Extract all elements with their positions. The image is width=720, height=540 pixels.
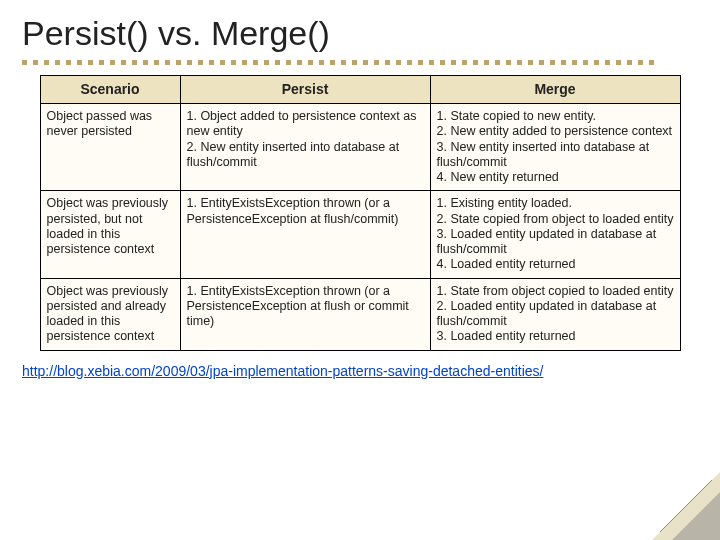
table-row: Object was previously persisted and alre… xyxy=(40,278,680,350)
citation-link[interactable]: http://blog.xebia.com/2009/03/jpa-implem… xyxy=(22,363,698,379)
cell-persist: 1. Object added to persistence context a… xyxy=(180,104,430,191)
cell-scenario: Object was previously persisted and alre… xyxy=(40,278,180,350)
cell-persist: 1. EntityExistsException thrown (or a Pe… xyxy=(180,191,430,278)
cell-merge: 1. State copied to new entity. 2. New en… xyxy=(430,104,680,191)
header-merge: Merge xyxy=(430,76,680,104)
cell-merge: 1. Existing entity loaded. 2. State copi… xyxy=(430,191,680,278)
header-scenario: Scenario xyxy=(40,76,180,104)
cell-merge: 1. State from object copied to loaded en… xyxy=(430,278,680,350)
decorative-dots xyxy=(22,57,698,67)
cell-persist: 1. EntityExistsException thrown (or a Pe… xyxy=(180,278,430,350)
table-header-row: Scenario Persist Merge xyxy=(40,76,680,104)
header-persist: Persist xyxy=(180,76,430,104)
comparison-table: Scenario Persist Merge Object passed was… xyxy=(40,75,681,351)
table-row: Object was previously persisted, but not… xyxy=(40,191,680,278)
cell-scenario: Object passed was never persisted xyxy=(40,104,180,191)
slide-title: Persist() vs. Merge() xyxy=(22,14,698,53)
cell-scenario: Object was previously persisted, but not… xyxy=(40,191,180,278)
table-row: Object passed was never persisted 1. Obj… xyxy=(40,104,680,191)
